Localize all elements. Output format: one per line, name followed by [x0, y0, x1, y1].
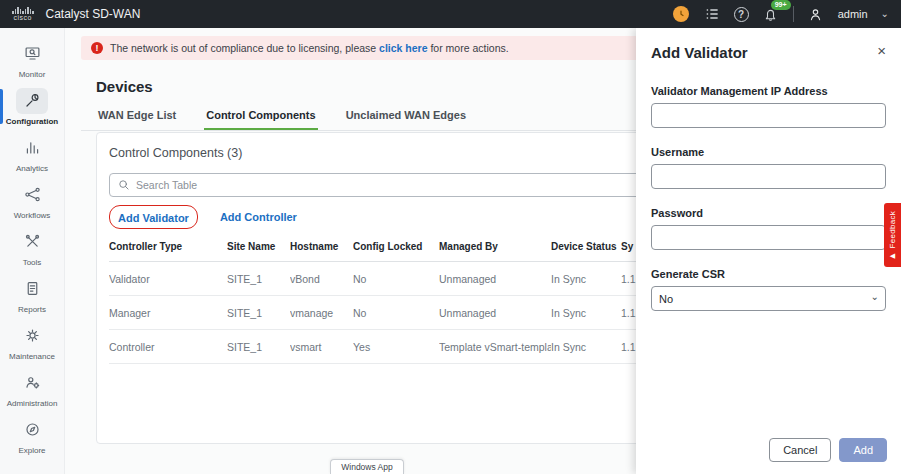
cell-config-locked: No — [353, 273, 439, 285]
sidebar-item-label: Analytics — [16, 164, 48, 173]
sidebar-item-label: Monitor — [19, 70, 46, 79]
sidebar-item-tools[interactable]: Tools — [0, 224, 64, 271]
app-window: cisco Catalyst SD-WAN ? 99+ — [0, 0, 901, 474]
cell-device-status: In Sync — [551, 307, 621, 319]
app-title: Catalyst SD-WAN — [46, 7, 141, 21]
cell-controller-type: Manager — [109, 307, 227, 319]
cell-config-locked: No — [353, 307, 439, 319]
panel-title: Add Validator — [651, 44, 748, 61]
sidebar-item-label: Administration — [7, 399, 58, 408]
cell-managed-by: Template vSmart-template — [439, 341, 551, 353]
notification-count-badge: 99+ — [771, 0, 791, 10]
top-bar: cisco Catalyst SD-WAN ? 99+ — [0, 0, 901, 28]
workflows-icon — [16, 182, 48, 208]
monitor-icon — [16, 41, 48, 67]
close-icon[interactable]: × — [877, 44, 886, 58]
add-validator-panel: Add Validator × Validator Management IP … — [636, 28, 901, 474]
sidebar-item-label: Workflows — [14, 211, 51, 220]
cell-managed-by: Unmanaged — [439, 273, 551, 285]
cell-hostname: vBond — [290, 273, 353, 285]
password-label: Password — [651, 207, 886, 219]
column-header[interactable]: Config Locked — [353, 241, 439, 252]
sidebar-item-analytics[interactable]: Analytics — [0, 130, 64, 177]
sidebar-item-label: Tools — [23, 258, 42, 267]
validator-ip-input[interactable] — [651, 103, 886, 128]
cell-site-name: SITE_1 — [227, 273, 290, 285]
license-timer-icon[interactable] — [672, 5, 690, 23]
column-header[interactable]: Site Name — [227, 241, 290, 252]
user-menu-chevron-down-icon[interactable]: ⌄ — [881, 9, 889, 19]
cell-controller-type: Validator — [109, 273, 227, 285]
topbar-divider — [793, 6, 794, 22]
explore-icon — [16, 417, 48, 443]
cell-controller-type: Controller — [109, 341, 227, 353]
cisco-logo-word: cisco — [14, 14, 32, 22]
sidebar-item-reports[interactable]: Reports — [0, 271, 64, 318]
search-icon — [118, 179, 130, 191]
tab-control-components[interactable]: Control Components — [204, 105, 317, 130]
left-nav-sidebar: Monitor Configuration Analytics Workflow… — [0, 28, 65, 474]
cisco-logo-bars-icon — [12, 7, 34, 14]
column-header[interactable]: Device Status — [551, 241, 621, 252]
cell-hostname: vmanage — [290, 307, 353, 319]
generate-csr-select[interactable]: No — [651, 286, 886, 311]
tab-wan-edge-list[interactable]: WAN Edge List — [96, 105, 178, 130]
column-header[interactable]: Hostname — [290, 241, 353, 252]
notifications-bell-icon[interactable]: 99+ — [762, 5, 780, 23]
configuration-icon — [16, 88, 48, 114]
cell-site-name: SITE_1 — [227, 341, 290, 353]
validator-ip-label: Validator Management IP Address — [651, 85, 886, 97]
administration-icon — [16, 370, 48, 396]
sidebar-item-administration[interactable]: Administration — [0, 365, 64, 412]
windows-app-tab[interactable]: Windows App — [330, 459, 404, 474]
cell-device-status: In Sync — [551, 341, 621, 353]
add-validator-highlight-ring: Add Validator — [109, 205, 198, 229]
user-menu-label[interactable]: admin — [838, 8, 868, 20]
alert-text-prefix: The network is out of compliance due to … — [110, 42, 379, 54]
username-input[interactable] — [651, 164, 886, 189]
task-list-icon[interactable] — [703, 5, 721, 23]
alert-text: The network is out of compliance due to … — [110, 42, 509, 54]
help-icon[interactable]: ? — [734, 7, 749, 22]
generate-csr-label: Generate CSR — [651, 268, 886, 280]
cancel-button[interactable]: Cancel — [769, 438, 831, 462]
tab-unclaimed-wan-edges[interactable]: Unclaimed WAN Edges — [344, 105, 468, 130]
tools-icon — [16, 229, 48, 255]
add-validator-button[interactable]: Add Validator — [118, 212, 189, 224]
analytics-icon — [16, 135, 48, 161]
reports-icon — [16, 276, 48, 302]
sidebar-item-maintenance[interactable]: Maintenance — [0, 318, 64, 365]
alert-click-here-link[interactable]: click here — [379, 42, 427, 54]
sidebar-item-label: Explore — [18, 446, 45, 455]
username-label: Username — [651, 146, 886, 158]
feedback-megaphone-icon: ◀ — [890, 252, 895, 259]
add-button[interactable]: Add — [839, 438, 887, 462]
column-header[interactable]: Managed By — [439, 241, 551, 252]
cell-site-name: SITE_1 — [227, 307, 290, 319]
maintenance-icon — [16, 323, 48, 349]
sidebar-item-label: Maintenance — [9, 352, 55, 361]
password-input[interactable] — [651, 225, 886, 250]
cell-hostname: vsmart — [290, 341, 353, 353]
user-avatar-icon[interactable] — [807, 5, 825, 23]
sidebar-item-explore[interactable]: Explore — [0, 412, 64, 459]
add-controller-button[interactable]: Add Controller — [220, 211, 297, 223]
feedback-label: Feedback — [888, 211, 897, 249]
feedback-tab[interactable]: Feedback ◀ — [884, 203, 901, 267]
cisco-logo: cisco — [12, 7, 34, 22]
sidebar-item-label: Configuration — [6, 117, 58, 126]
cell-managed-by: Unmanaged — [439, 307, 551, 319]
cell-config-locked: Yes — [353, 341, 439, 353]
alert-text-suffix: for more actions. — [428, 42, 509, 54]
sidebar-item-label: Reports — [18, 305, 46, 314]
sidebar-item-monitor[interactable]: Monitor — [0, 36, 64, 83]
column-header[interactable]: Controller Type — [109, 241, 227, 252]
sidebar-item-configuration[interactable]: Configuration — [0, 83, 64, 130]
alert-error-icon: ! — [91, 42, 103, 54]
cell-device-status: In Sync — [551, 273, 621, 285]
sidebar-item-workflows[interactable]: Workflows — [0, 177, 64, 224]
